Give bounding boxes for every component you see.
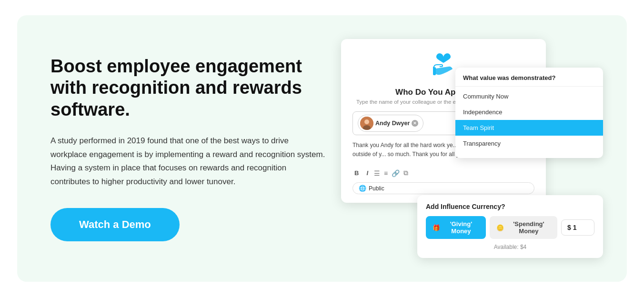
recipient-tag[interactable]: Andy Dwyer ✕ xyxy=(358,115,423,132)
hero-card: Boost employee engagement with recogniti… xyxy=(17,15,627,282)
watch-demo-button[interactable]: Watch a Demo xyxy=(50,208,180,241)
currency-buttons-row: 🎁 'Giving' Money 🪙 'Spending' Money $ 1 xyxy=(426,216,594,239)
card-icon: 🪙 xyxy=(496,224,504,231)
amount-value: 1 xyxy=(573,224,577,231)
svg-point-1 xyxy=(364,119,369,124)
available-text: Available: $4 xyxy=(426,244,594,250)
italic-button[interactable]: I xyxy=(364,168,370,178)
value-option-community[interactable]: Community Now xyxy=(455,89,603,104)
giving-money-button[interactable]: 🎁 'Giving' Money xyxy=(426,216,486,239)
public-label: Public xyxy=(369,185,384,192)
gift-icon: 🎁 xyxy=(433,224,440,231)
body-text: A study performed in 2019 found that one… xyxy=(50,134,327,189)
tag-close-icon[interactable]: ✕ xyxy=(412,120,418,127)
left-content: Boost employee engagement with recogniti… xyxy=(50,56,327,241)
copy-icon[interactable]: ⧉ xyxy=(403,169,408,177)
currency-card: Add Influence Currency? 🎁 'Giving' Money… xyxy=(417,195,603,258)
bold-button[interactable]: B xyxy=(352,168,361,178)
value-option-teamspirit[interactable]: Team Spirit xyxy=(455,120,603,136)
spending-label: 'Spending' Money xyxy=(507,220,551,235)
value-option-independence[interactable]: Independence xyxy=(455,104,603,120)
giving-label: 'Giving' Money xyxy=(443,220,479,235)
value-dropdown-card: What value was demonstrated? Community N… xyxy=(455,68,603,158)
public-badge[interactable]: 🌐 Public xyxy=(352,182,534,194)
right-content: Who Do You Appreciate? Type the name of … xyxy=(327,39,603,258)
link-icon[interactable]: 🔗 xyxy=(392,169,400,177)
hand-heart-icon xyxy=(430,52,457,82)
value-card-title: What value was demonstrated? xyxy=(455,74,603,87)
toolbar-row: B I ☰ ≡ 🔗 ⧉ xyxy=(352,168,534,178)
dollar-sign: $ xyxy=(567,224,571,231)
value-option-transparency[interactable]: Transparency xyxy=(455,136,603,151)
globe-icon: 🌐 xyxy=(359,185,366,192)
amount-box[interactable]: $ 1 xyxy=(561,219,594,236)
avatar xyxy=(360,117,373,130)
currency-title: Add Influence Currency? xyxy=(426,203,594,210)
ordered-list-icon[interactable]: ≡ xyxy=(384,169,388,177)
headline: Boost employee engagement with recogniti… xyxy=(50,56,327,121)
unordered-list-icon[interactable]: ☰ xyxy=(374,169,380,177)
spending-money-button[interactable]: 🪙 'Spending' Money xyxy=(490,216,557,239)
recipient-name: Andy Dwyer xyxy=(375,120,410,127)
